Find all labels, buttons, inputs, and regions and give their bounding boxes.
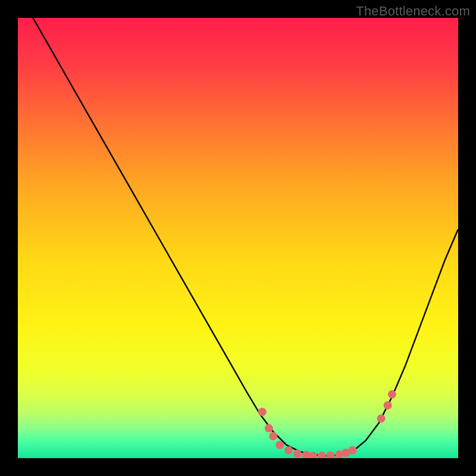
curve-dot	[348, 446, 356, 455]
curve-dot	[265, 424, 273, 433]
curve-dot	[384, 401, 392, 409]
watermark-text: TheBottleneck.com	[356, 4, 470, 19]
curve-dot	[275, 441, 284, 449]
curve-dots	[258, 390, 396, 458]
curve-dot	[318, 452, 326, 458]
curve-dot	[388, 390, 396, 399]
curve-dot	[309, 452, 317, 458]
curve-dot	[377, 414, 386, 422]
curve-dot	[269, 432, 277, 440]
chart-frame: TheBottleneck.com	[0, 0, 476, 476]
plot-area	[18, 18, 458, 458]
curve-dot	[258, 408, 267, 416]
curve-dot	[284, 446, 293, 455]
bottleneck-curve	[18, 18, 458, 458]
curve-dot	[326, 452, 334, 458]
curve-dot	[293, 450, 302, 458]
